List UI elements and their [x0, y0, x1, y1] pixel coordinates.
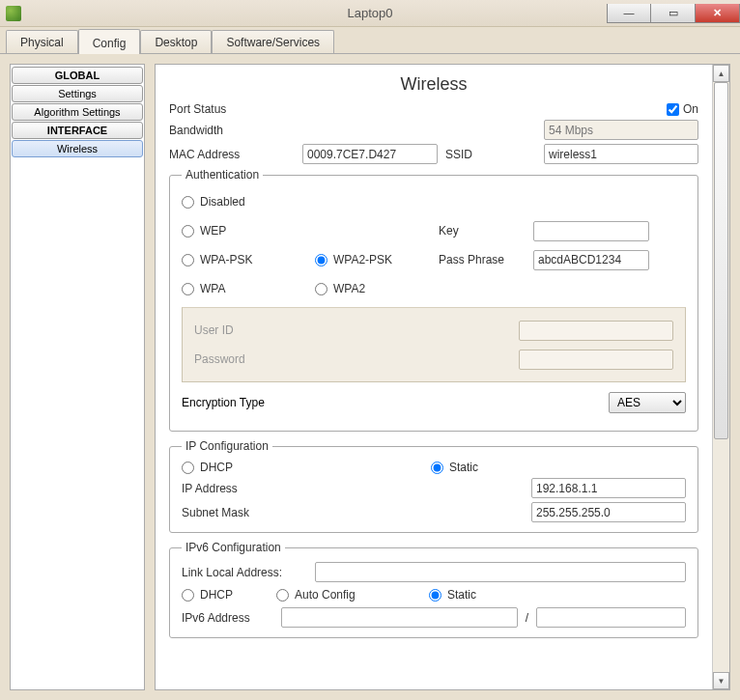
- config-sidebar: GLOBAL Settings Algorithm Settings INTER…: [10, 64, 145, 690]
- radio-wpa2-psk[interactable]: [315, 254, 327, 266]
- on-label: On: [683, 102, 698, 116]
- ip-address-label: IP Address: [182, 482, 307, 495]
- label-wpa2-psk: WPA2-PSK: [333, 253, 392, 266]
- ipv6-config-legend: IPv6 Configuration: [182, 541, 285, 554]
- panel-content: Wireless Port Status On Bandwidth MAC Ad…: [156, 65, 712, 689]
- tab-desktop[interactable]: Desktop: [140, 30, 212, 53]
- userid-label: User ID: [194, 323, 271, 337]
- label-wpa-psk: WPA-PSK: [200, 253, 252, 266]
- row-mac-ssid: MAC Address SSID: [169, 144, 698, 164]
- ssid-label: SSID: [445, 148, 484, 161]
- ipv6-address-label: IPv6 Address: [182, 611, 273, 625]
- enterprise-credentials-box: User ID Password: [182, 307, 686, 382]
- authentication-legend: Authentication: [182, 168, 263, 182]
- passphrase-label: Pass Phrase: [439, 253, 526, 266]
- radio-ipv6-dhcp[interactable]: [182, 589, 194, 602]
- sidebar-item-algorithm-settings[interactable]: Algorithm Settings: [12, 103, 143, 121]
- ssid-field[interactable]: [544, 144, 698, 164]
- ip-config-fieldset: IP Configuration DHCP Static IP Address: [169, 439, 698, 533]
- ipv6-address-field[interactable]: [281, 607, 518, 628]
- sidebar-header-interface[interactable]: INTERFACE: [12, 122, 143, 139]
- mac-address-field[interactable]: [302, 144, 438, 164]
- mac-label: MAC Address: [169, 148, 295, 161]
- sidebar-item-wireless[interactable]: Wireless: [12, 140, 143, 157]
- label-wep: WEP: [200, 224, 226, 238]
- radio-wpa[interactable]: [182, 283, 194, 295]
- sidebar-header-global[interactable]: GLOBAL: [12, 67, 143, 84]
- window-title: Laptop0: [0, 6, 740, 20]
- userid-field: [519, 321, 673, 341]
- row-port-status: Port Status On: [169, 102, 698, 116]
- main-panel: Wireless Port Status On Bandwidth MAC Ad…: [155, 64, 730, 690]
- subnet-mask-field[interactable]: [531, 502, 686, 522]
- titlebar: Laptop0 — ▭ ✕: [0, 0, 740, 27]
- link-local-label: Link Local Address:: [182, 566, 307, 579]
- label-ipv6-autoconfig: Auto Config: [295, 588, 356, 602]
- scroll-down-icon[interactable]: ▼: [713, 672, 729, 689]
- radio-wep[interactable]: [182, 225, 194, 238]
- label-wpa: WPA: [200, 282, 225, 295]
- encryption-type-select[interactable]: AES: [609, 392, 686, 413]
- encryption-type-label: Encryption Type: [182, 396, 265, 409]
- port-status-checkbox[interactable]: [667, 103, 679, 116]
- key-label: Key: [439, 224, 526, 238]
- radio-static[interactable]: [431, 462, 443, 474]
- password-field: [519, 350, 673, 370]
- ipv6-prefix-field[interactable]: [536, 607, 686, 628]
- label-dhcp: DHCP: [200, 461, 233, 474]
- row-bandwidth: Bandwidth: [169, 120, 698, 140]
- scroll-track[interactable]: [713, 82, 729, 672]
- radio-wpa2[interactable]: [315, 283, 327, 295]
- scroll-up-icon[interactable]: ▲: [713, 65, 729, 82]
- ipv6-config-fieldset: IPv6 Configuration Link Local Address: D…: [169, 541, 698, 638]
- label-disabled: Disabled: [200, 195, 245, 209]
- tab-software[interactable]: Software/Services: [212, 30, 334, 53]
- sidebar-item-settings[interactable]: Settings: [12, 85, 143, 102]
- label-ipv6-static: Static: [447, 588, 476, 602]
- radio-ipv6-autoconfig[interactable]: [276, 589, 289, 602]
- link-local-field[interactable]: [315, 562, 686, 582]
- prefix-separator: /: [526, 611, 528, 625]
- passphrase-field[interactable]: [533, 250, 649, 270]
- radio-wpa-psk[interactable]: [182, 254, 194, 266]
- password-label: Password: [194, 352, 271, 366]
- wep-key-field[interactable]: [533, 221, 649, 241]
- ip-config-legend: IP Configuration: [182, 439, 272, 453]
- main-tabs: Physical Config Desktop Software/Service…: [0, 27, 740, 54]
- label-wpa2: WPA2: [333, 282, 365, 295]
- port-status-label: Port Status: [169, 102, 295, 116]
- label-ipv6-dhcp: DHCP: [200, 588, 233, 602]
- workspace: GLOBAL Settings Algorithm Settings INTER…: [0, 54, 740, 700]
- scroll-thumb[interactable]: [714, 82, 728, 439]
- label-static: Static: [449, 461, 478, 474]
- subnet-mask-label: Subnet Mask: [182, 506, 307, 519]
- tab-config[interactable]: Config: [78, 29, 141, 54]
- vertical-scrollbar[interactable]: ▲ ▼: [712, 65, 729, 689]
- radio-dhcp[interactable]: [182, 462, 194, 474]
- authentication-fieldset: Authentication Disabled WEP Key: [169, 168, 698, 432]
- bandwidth-label: Bandwidth: [169, 124, 295, 137]
- tab-physical[interactable]: Physical: [6, 30, 78, 53]
- ip-address-field[interactable]: [531, 478, 686, 498]
- radio-disabled[interactable]: [182, 196, 194, 209]
- panel-title: Wireless: [169, 74, 698, 95]
- radio-ipv6-static[interactable]: [429, 589, 441, 602]
- bandwidth-field: [544, 120, 698, 140]
